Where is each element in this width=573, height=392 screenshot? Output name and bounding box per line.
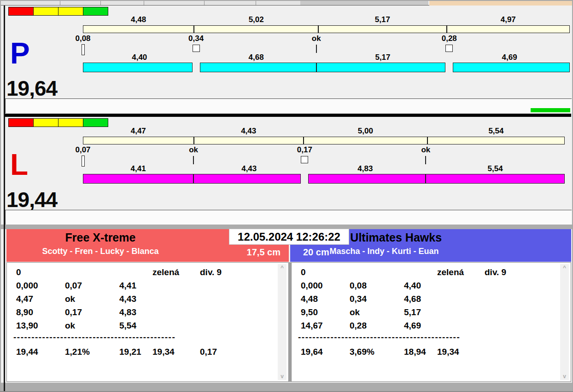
actual-segment-time: 5,54 xyxy=(488,164,503,173)
table-cell: 19,21 xyxy=(119,347,141,357)
strip-divider xyxy=(100,1,101,5)
datetime-display: 12.05.2024 12:26:22 xyxy=(229,229,349,245)
table-row: 0zelenádiv. 9 xyxy=(298,267,555,278)
traffic-cell xyxy=(9,7,34,15)
reference-bar xyxy=(83,137,565,144)
traffic-cell xyxy=(83,7,108,15)
table-cell: zelená xyxy=(437,267,464,277)
table-row: 19,643,69%18,9419,34 xyxy=(298,347,555,358)
actual-segment-time: 4,41 xyxy=(131,164,146,173)
table-divider-line: ----------------------------------------… xyxy=(298,332,473,342)
table-cell: 0 xyxy=(16,267,21,277)
strip-divider xyxy=(60,1,60,5)
actual-time-bar-segment xyxy=(200,63,316,72)
table-row: 0,0000,074,41 xyxy=(13,281,273,292)
table-cell: 0,28 xyxy=(350,321,367,331)
actual-time-bar-segment xyxy=(426,174,565,184)
planned-segment-time: 4,97 xyxy=(501,15,516,24)
table-row: 4,480,344,68 xyxy=(298,294,555,305)
actual-segment-time: 4,40 xyxy=(132,53,147,62)
progress-track xyxy=(5,98,572,113)
planned-segment-time: 5,02 xyxy=(249,15,264,24)
ok-tick-marker xyxy=(193,156,194,164)
table-cell: 19,34 xyxy=(437,347,459,357)
checkpoint-label: ok xyxy=(312,34,321,43)
table-cell: 0,17 xyxy=(200,347,217,357)
fault-checkbox[interactable] xyxy=(445,45,453,52)
table-cell: 9,50 xyxy=(301,307,318,317)
run-letter: L xyxy=(10,150,28,179)
start-marker xyxy=(82,156,85,167)
background-window-strip-segment xyxy=(300,1,428,5)
checkpoint-label: 0,08 xyxy=(75,34,90,43)
planned-segment-time: 4,48 xyxy=(131,15,146,24)
scroll-up-icon[interactable]: ^ xyxy=(278,265,286,271)
scroll-up-icon[interactable]: ^ xyxy=(560,265,569,271)
actual-time-bar-segment xyxy=(308,174,426,184)
table-cell: 4,47 xyxy=(16,294,33,304)
traffic-cell xyxy=(34,7,58,15)
actual-segment-time: 4,68 xyxy=(249,53,264,62)
actual-time-bar-segment xyxy=(83,63,193,72)
strip-divider xyxy=(144,1,144,5)
table-row: 14,670,284,69 xyxy=(298,321,555,332)
timing-app-window: P19,644,485,025,174,970,080,34ok0,284,40… xyxy=(0,0,573,392)
actual-time-bar-segment xyxy=(453,63,570,72)
team-members: Scotty - Fren - Lucky - Blanca xyxy=(6,247,194,256)
strip-divider xyxy=(256,1,256,5)
scroll-down-icon[interactable]: v xyxy=(560,374,569,379)
scroll-down-icon[interactable]: v xyxy=(278,374,286,379)
traffic-cell xyxy=(9,119,34,127)
result-table-right: ^ v 0zelenádiv. 90,0000,084,404,480,344,… xyxy=(291,262,571,382)
strip-divider xyxy=(204,1,205,5)
run-total-time: 19,44 xyxy=(6,189,57,210)
traffic-cell xyxy=(83,119,108,127)
table-cell: 19,44 xyxy=(16,347,38,357)
run-panel-p: P19,644,485,025,174,970,080,34ok0,284,40… xyxy=(0,6,573,114)
table-row: 13,90ok5,54 xyxy=(13,321,273,332)
table-cell: 0,34 xyxy=(350,294,367,304)
table-cell: 18,94 xyxy=(404,347,426,357)
traffic-cell xyxy=(34,119,58,127)
section-divider xyxy=(5,114,571,117)
checkpoint-label: 0,07 xyxy=(75,145,90,155)
window-border xyxy=(0,0,573,1)
reference-bar-tick xyxy=(303,137,304,144)
table-cell: 0 xyxy=(301,267,306,277)
ok-tick-marker xyxy=(316,45,317,53)
table-cell: div. 9 xyxy=(485,267,506,277)
actual-segment-time: 4,69 xyxy=(502,53,517,62)
traffic-light-indicator xyxy=(8,118,108,127)
table-cell: 19,34 xyxy=(152,347,175,357)
table-cell: 0,000 xyxy=(16,281,38,291)
bottom-status-band xyxy=(1,383,572,391)
table-cell: 4,48 xyxy=(301,294,318,304)
vertical-scrollbar[interactable]: ^ v xyxy=(278,264,286,380)
table-cell: 13,90 xyxy=(16,321,38,331)
table-cell: 4,40 xyxy=(404,281,421,291)
table-cell: 0,07 xyxy=(65,281,82,291)
start-marker xyxy=(82,44,85,55)
table-cell: 5,54 xyxy=(119,321,136,331)
progress-track xyxy=(5,210,572,225)
table-cell: ok xyxy=(350,307,360,317)
checkpoint-label: 0,17 xyxy=(297,145,312,155)
checkpoint-label: 0,34 xyxy=(188,34,204,43)
table-divider-line: ----------------------------------------… xyxy=(13,332,188,342)
reference-bar-tick xyxy=(193,137,194,144)
jump-height-label: 17,5 cm xyxy=(247,247,281,258)
planned-segment-time: 5,54 xyxy=(488,127,503,136)
planned-segment-time: 5,00 xyxy=(358,127,373,136)
window-border xyxy=(0,0,1,392)
table-row: 0,0000,084,40 xyxy=(298,281,555,292)
table-row: 4,47ok4,43 xyxy=(13,294,273,305)
planned-segment-time: 5,17 xyxy=(375,15,390,24)
reference-bar-tick xyxy=(427,137,428,144)
vertical-scrollbar[interactable]: ^ v xyxy=(560,264,569,380)
fault-checkbox[interactable] xyxy=(301,156,308,163)
table-row: 8,900,174,83 xyxy=(13,307,273,318)
progress-bar xyxy=(531,108,570,112)
fault-checkbox[interactable] xyxy=(193,45,200,52)
table-cell: 4,69 xyxy=(404,321,421,331)
actual-time-bar-segment xyxy=(83,174,193,184)
